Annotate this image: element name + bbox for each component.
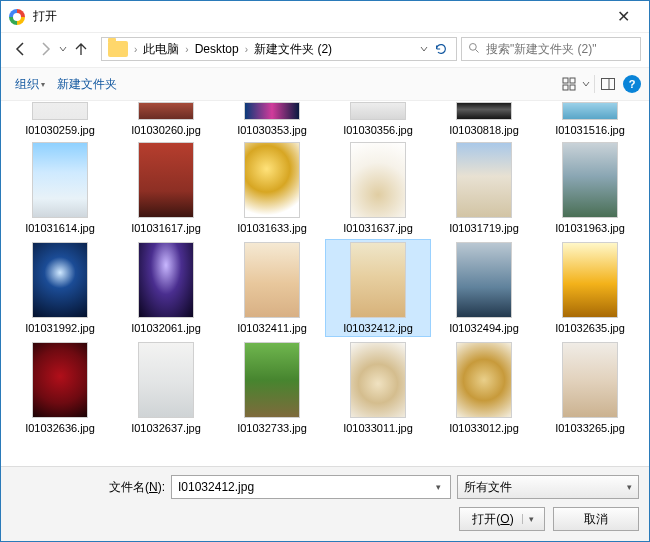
file-item[interactable]: I01032412.jpg (325, 239, 431, 337)
file-item[interactable]: I01032733.jpg (219, 339, 325, 437)
title-bar: 打开 ✕ (1, 1, 649, 33)
breadcrumb-bar[interactable]: › 此电脑 › Desktop › 新建文件夹 (2) (101, 37, 457, 61)
svg-point-0 (470, 43, 477, 50)
chevron-right-icon[interactable]: › (183, 44, 190, 55)
file-item[interactable]: I01032636.jpg (7, 339, 113, 437)
file-item[interactable]: I01031617.jpg (113, 139, 219, 237)
file-item[interactable]: I01031992.jpg (7, 239, 113, 337)
filename-input[interactable] (176, 479, 430, 495)
file-name: I01030356.jpg (343, 124, 413, 136)
file-thumbnail (138, 342, 194, 418)
search-box[interactable] (461, 37, 641, 61)
organize-button[interactable]: 组织 ▾ (9, 73, 51, 96)
file-item[interactable]: I01030818.jpg (431, 101, 537, 139)
file-thumbnail (244, 242, 300, 318)
up-button[interactable] (69, 37, 93, 61)
chevron-down-icon: ▾ (41, 80, 45, 89)
file-name: I01032733.jpg (237, 422, 307, 434)
file-thumbnail (32, 102, 88, 120)
svg-rect-2 (563, 78, 568, 83)
new-folder-button[interactable]: 新建文件夹 (51, 73, 123, 96)
svg-rect-5 (570, 85, 575, 90)
file-name: I01032412.jpg (343, 322, 413, 334)
file-item[interactable]: I01033012.jpg (431, 339, 537, 437)
svg-rect-4 (563, 85, 568, 90)
file-item[interactable]: I01032637.jpg (113, 339, 219, 437)
filename-label: 文件名(N): (11, 479, 165, 496)
file-item[interactable]: I01033265.jpg (537, 339, 643, 437)
toolbar: 组织 ▾ 新建文件夹 ? (1, 67, 649, 101)
file-thumbnail (456, 342, 512, 418)
file-item[interactable]: I01030356.jpg (325, 101, 431, 139)
file-thumbnail (562, 102, 618, 120)
file-type-filter[interactable]: 所有文件 ▾ (457, 475, 639, 499)
chevron-right-icon[interactable]: › (132, 44, 139, 55)
file-thumbnail (350, 242, 406, 318)
window-title: 打开 (33, 8, 57, 25)
file-thumbnail (244, 102, 300, 120)
refresh-button[interactable] (430, 38, 452, 60)
file-name: I01033011.jpg (343, 422, 413, 434)
help-button[interactable]: ? (623, 75, 641, 93)
svg-rect-6 (602, 79, 615, 90)
file-name: I01031992.jpg (25, 322, 95, 334)
chrome-icon (9, 9, 25, 25)
file-thumbnail (32, 342, 88, 418)
file-item[interactable]: I01030353.jpg (219, 101, 325, 139)
view-dropdown[interactable] (580, 72, 592, 96)
file-thumbnail (244, 142, 300, 218)
search-icon (468, 42, 480, 57)
file-item[interactable]: I01033011.jpg (325, 339, 431, 437)
file-item[interactable]: I01032494.jpg (431, 239, 537, 337)
file-name: I01030818.jpg (449, 124, 519, 136)
svg-rect-3 (570, 78, 575, 83)
file-list[interactable]: I01030259.jpg I01030260.jpg I01030353.jp… (1, 101, 649, 466)
open-button[interactable]: 打开(O) ▾ (459, 507, 545, 531)
close-button[interactable]: ✕ (601, 2, 645, 32)
svg-line-1 (476, 49, 479, 52)
file-item[interactable]: I01031963.jpg (537, 139, 643, 237)
file-name: I01030260.jpg (131, 124, 201, 136)
file-item[interactable]: I01031614.jpg (7, 139, 113, 237)
cancel-button[interactable]: 取消 (553, 507, 639, 531)
chevron-right-icon[interactable]: › (243, 44, 250, 55)
file-thumbnail (350, 142, 406, 218)
preview-pane-button[interactable] (597, 73, 619, 95)
file-thumbnail (562, 142, 618, 218)
file-name: I01031633.jpg (237, 222, 307, 234)
file-thumbnail (456, 142, 512, 218)
file-item[interactable]: I01031633.jpg (219, 139, 325, 237)
breadcrumb-item[interactable]: 新建文件夹 (2) (252, 41, 334, 58)
file-name: I01031963.jpg (555, 222, 625, 234)
nav-arrows (9, 37, 93, 61)
new-folder-label: 新建文件夹 (57, 76, 117, 93)
file-item[interactable]: I01031719.jpg (431, 139, 537, 237)
file-thumbnail (562, 342, 618, 418)
file-thumbnail (350, 342, 406, 418)
search-input[interactable] (484, 41, 634, 57)
breadcrumb-item[interactable]: Desktop (193, 42, 241, 56)
file-item[interactable]: I01031516.jpg (537, 101, 643, 139)
file-item[interactable]: I01032411.jpg (219, 239, 325, 337)
file-item[interactable]: I01032635.jpg (537, 239, 643, 337)
recent-locations-dropdown[interactable] (57, 37, 69, 61)
file-item[interactable]: I01031637.jpg (325, 139, 431, 237)
open-dropdown[interactable]: ▾ (522, 514, 538, 524)
chevron-down-icon[interactable]: ▾ (430, 482, 446, 492)
chevron-down-icon: ▾ (627, 482, 632, 492)
forward-button[interactable] (33, 37, 57, 61)
file-item[interactable]: I01030259.jpg (7, 101, 113, 139)
breadcrumb-dropdown[interactable] (418, 37, 430, 61)
view-button[interactable] (558, 73, 580, 95)
cancel-label: 取消 (584, 511, 608, 528)
breadcrumb-item[interactable]: 此电脑 (141, 41, 181, 58)
file-item[interactable]: I01032061.jpg (113, 239, 219, 337)
file-name: I01031516.jpg (555, 124, 625, 136)
file-thumbnail (32, 142, 88, 218)
back-button[interactable] (9, 37, 33, 61)
file-thumbnail (138, 102, 194, 120)
file-thumbnail (456, 102, 512, 120)
file-item[interactable]: I01030260.jpg (113, 101, 219, 139)
file-name: I01031637.jpg (343, 222, 413, 234)
filename-combo[interactable]: ▾ (171, 475, 451, 499)
